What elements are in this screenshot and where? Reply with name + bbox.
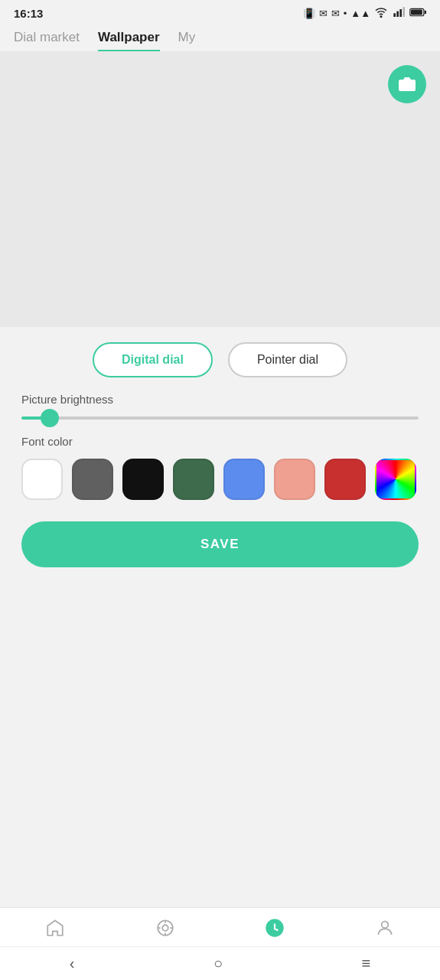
nav-profile[interactable]	[330, 917, 440, 939]
wallpaper-preview	[0, 51, 440, 327]
status-icons: 📳 ✉ ✉ • ▲▲	[303, 6, 426, 21]
battery-icon	[409, 7, 426, 20]
svg-point-10	[162, 925, 168, 931]
brightness-label: Picture brightness	[21, 393, 419, 406]
menu-button[interactable]: ≡	[362, 955, 371, 972]
bottom-nav	[0, 907, 440, 946]
pointer-dial-button[interactable]: Pointer dial	[228, 342, 347, 377]
color-swatch-black[interactable]	[122, 459, 164, 500]
svg-rect-4	[403, 7, 405, 17]
tab-dial-market[interactable]: Dial market	[14, 30, 80, 51]
camera-icon	[398, 75, 416, 93]
svg-rect-1	[393, 13, 396, 17]
nav-clock[interactable]	[220, 917, 331, 939]
sys-navbar: ‹ ○ ≡	[0, 946, 440, 980]
color-swatch-blue[interactable]	[223, 459, 265, 500]
color-swatch-red[interactable]	[324, 459, 366, 500]
dial-selector: Digital dial Pointer dial	[0, 342, 440, 377]
clock-icon	[264, 917, 285, 939]
save-section: SAVE	[0, 500, 440, 580]
signal-icon: ▲▲	[350, 8, 370, 19]
tab-bar: Dial market Wallpaper My	[0, 24, 440, 51]
svg-rect-7	[411, 9, 422, 15]
color-swatch-gray[interactable]	[72, 459, 113, 500]
font-color-section: Font color	[0, 420, 440, 500]
svg-rect-6	[425, 11, 426, 15]
main-content: Digital dial Pointer dial Picture bright…	[0, 51, 440, 740]
cellular-icon	[392, 6, 406, 21]
home-button[interactable]: ○	[213, 955, 223, 972]
digital-dial-button[interactable]: Digital dial	[93, 342, 213, 377]
status-bar: 16:13 📳 ✉ ✉ • ▲▲	[0, 0, 440, 24]
wifi-icon	[374, 6, 388, 21]
svg-rect-3	[399, 9, 402, 17]
color-swatch-peach[interactable]	[274, 459, 315, 500]
color-row	[21, 459, 419, 500]
svg-rect-2	[396, 11, 399, 17]
brightness-section: Picture brightness	[0, 377, 440, 420]
svg-point-8	[404, 82, 410, 88]
tab-my[interactable]: My	[178, 30, 196, 51]
vibrate-icon: 📳	[303, 8, 315, 19]
profile-icon	[374, 917, 396, 939]
dial-icon	[155, 917, 176, 939]
status-time: 16:13	[14, 7, 43, 20]
camera-fab[interactable]	[388, 65, 426, 103]
nav-dial[interactable]	[110, 917, 220, 939]
font-color-label: Font color	[21, 435, 419, 448]
save-button[interactable]: SAVE	[21, 521, 419, 567]
mail-icon: ✉	[319, 8, 328, 19]
back-button[interactable]: ‹	[70, 955, 75, 972]
svg-point-0	[380, 16, 382, 18]
color-swatch-white[interactable]	[21, 459, 63, 500]
svg-point-16	[382, 921, 389, 928]
color-swatch-rainbow[interactable]	[375, 459, 416, 500]
brightness-slider-wrap	[21, 416, 419, 420]
nav-home[interactable]	[0, 917, 110, 939]
mail-icon2: ✉	[331, 8, 340, 19]
tab-wallpaper[interactable]: Wallpaper	[98, 30, 160, 51]
color-swatch-green[interactable]	[173, 459, 214, 500]
home-icon	[44, 917, 66, 939]
brightness-slider[interactable]	[21, 416, 419, 420]
dot-icon: •	[344, 8, 347, 19]
